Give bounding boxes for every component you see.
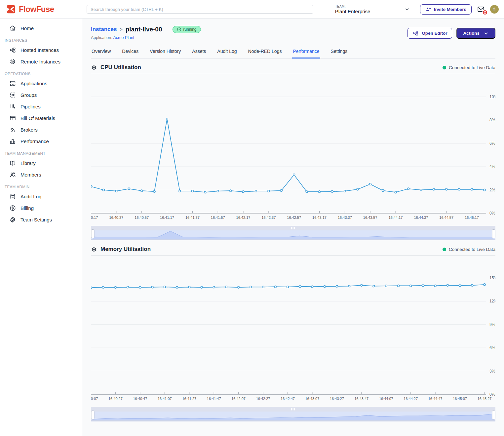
svg-text:6%: 6%	[489, 345, 495, 350]
cpu-chart-range-brush[interactable]	[91, 226, 495, 240]
sidebar-item-label: Members	[20, 172, 41, 178]
cpu-icon	[91, 246, 97, 253]
settings-icon	[9, 216, 16, 223]
application-link[interactable]: Acme Plant	[113, 35, 134, 40]
svg-text:16:44:17: 16:44:17	[389, 216, 403, 219]
tab-assets[interactable]: Assets	[191, 47, 207, 59]
svg-text:4%: 4%	[489, 164, 495, 169]
svg-text:2%: 2%	[489, 188, 495, 192]
main-content: Instances > plant-live-00 running Applic…	[82, 19, 504, 436]
search-input[interactable]	[87, 5, 313, 14]
svg-text:15%: 15%	[489, 276, 495, 280]
svg-text:16:42:57: 16:42:57	[287, 216, 301, 219]
pipelines-icon	[9, 103, 16, 110]
svg-text:16:44:37: 16:44:37	[414, 216, 428, 219]
svg-text:16:42:47: 16:42:47	[281, 397, 295, 401]
sidebar-item-bill-of-materials[interactable]: Bill Of Materials	[0, 112, 82, 124]
notification-count-badge: 2	[482, 10, 488, 15]
svg-text:16:43:17: 16:43:17	[312, 216, 327, 219]
tab-overview[interactable]: Overview	[91, 47, 111, 59]
svg-text:6%: 6%	[489, 141, 495, 146]
memory-utilisation-chart: 0%3%6%9%12%15%0:0716:40:2716:40:4716:41:…	[91, 257, 495, 404]
sidebar-item-groups[interactable]: Groups	[0, 89, 82, 101]
sidebar-item-home[interactable]: Home	[0, 22, 82, 34]
svg-text:16:40:37: 16:40:37	[109, 216, 123, 219]
cpu-utilisation-chart: 0%2%4%6%8%10%0:1716:40:3716:40:5716:41:1…	[91, 75, 495, 223]
sidebar-item-library[interactable]: Library	[0, 157, 82, 169]
svg-text:16:41:37: 16:41:37	[185, 216, 200, 219]
svg-text:16:40:47: 16:40:47	[133, 397, 147, 401]
open-editor-button[interactable]: Open Editor	[407, 28, 452, 39]
sidebar-section-team-admin: TEAM ADMIN	[0, 185, 82, 189]
svg-text:0%: 0%	[489, 392, 495, 397]
brokers-icon	[9, 126, 16, 133]
svg-text:16:40:57: 16:40:57	[135, 216, 149, 219]
application-label: Application:	[91, 35, 112, 40]
svg-text:16:43:57: 16:43:57	[363, 216, 377, 219]
sidebar-item-members[interactable]: Members	[0, 169, 82, 180]
svg-text:16:43:37: 16:43:37	[338, 216, 352, 219]
actions-button[interactable]: Actions	[456, 28, 495, 39]
sidebar-item-billing[interactable]: Billing	[0, 202, 82, 214]
sidebar-item-audit-log[interactable]: Audit Log	[0, 191, 82, 202]
tab-node-red-logs[interactable]: Node-RED Logs	[248, 47, 283, 59]
sidebar-item-performance[interactable]: Performance	[0, 136, 82, 147]
tab-version-history[interactable]: Version History	[149, 47, 181, 59]
person-plus-icon	[425, 7, 431, 12]
cpu-live-status-label: Connected to Live Data	[449, 65, 495, 70]
audit-log-icon	[9, 193, 16, 200]
sidebar-item-applications[interactable]: Applications	[0, 78, 82, 89]
svg-text:8%: 8%	[489, 118, 495, 122]
divider	[415, 5, 415, 14]
applications-icon	[9, 80, 16, 87]
sidebar-item-label: Home	[20, 25, 34, 31]
breadcrumb-instances-link[interactable]: Instances	[91, 26, 117, 33]
team-selector[interactable]: TEAM: Plant Enterprise	[335, 5, 410, 14]
sidebar-item-hosted-instances[interactable]: Hosted Instances	[0, 44, 82, 56]
flowfuse-logo[interactable]: FlowFuse	[6, 0, 54, 19]
groups-icon	[9, 92, 16, 99]
notifications-mail-icon[interactable]: 2	[477, 6, 485, 13]
tab-devices[interactable]: Devices	[121, 47, 139, 59]
user-avatar[interactable]: fl	[490, 5, 499, 14]
invite-members-label: Invite Members	[434, 7, 466, 12]
sidebar-section-operations: OPERATIONS	[0, 72, 82, 76]
sidebar-item-label: Applications	[20, 81, 47, 86]
sidebar-item-label: Performance	[20, 139, 49, 144]
invite-members-button[interactable]: Invite Members	[420, 4, 472, 15]
library-icon	[9, 160, 16, 167]
home-icon	[9, 25, 16, 32]
sidebar-item-label: Remote Instances	[20, 59, 60, 64]
svg-text:0%: 0%	[489, 211, 495, 216]
sidebar-item-remote-instances[interactable]: Remote Instances	[0, 56, 82, 67]
sidebar-item-team-settings[interactable]: Team Settings	[0, 214, 82, 225]
tab-settings[interactable]: Settings	[330, 47, 348, 59]
svg-text:16:45:27: 16:45:27	[478, 397, 492, 401]
svg-text:16:41:57: 16:41:57	[211, 216, 225, 219]
status-badge: running	[173, 26, 201, 33]
sidebar-item-brokers[interactable]: Brokers	[0, 124, 82, 136]
svg-text:16:41:07: 16:41:07	[158, 397, 172, 401]
svg-text:16:42:17: 16:42:17	[236, 216, 251, 219]
tab-performance[interactable]: Performance	[292, 47, 320, 59]
team-label: TEAM:	[335, 5, 401, 8]
sidebar-item-pipelines[interactable]: Pipelines	[0, 101, 82, 112]
actions-label: Actions	[463, 31, 480, 36]
logo-text: FlowFuse	[19, 5, 54, 14]
breadcrumb-separator: >	[120, 27, 122, 32]
svg-text:16:45:07: 16:45:07	[453, 397, 467, 401]
svg-text:10%: 10%	[489, 95, 495, 99]
svg-text:16:44:27: 16:44:27	[404, 397, 418, 401]
svg-text:16:41:47: 16:41:47	[207, 397, 221, 401]
svg-text:12%: 12%	[489, 299, 495, 303]
sidebar-item-label: Hosted Instances	[20, 47, 59, 53]
instance-tabs: OverviewDevicesVersion HistoryAssetsAudi…	[91, 47, 495, 59]
page-title: plant-live-00	[126, 26, 162, 33]
sidebar-item-label: Team Settings	[20, 217, 52, 222]
cpu-icon	[91, 64, 97, 71]
memory-chart-range-brush[interactable]	[91, 407, 495, 421]
divider	[330, 5, 330, 14]
team-name: Plant Enterprise	[335, 9, 401, 14]
cpu-live-status: Connected to Live Data	[443, 65, 495, 70]
tab-audit-log[interactable]: Audit Log	[216, 47, 237, 59]
